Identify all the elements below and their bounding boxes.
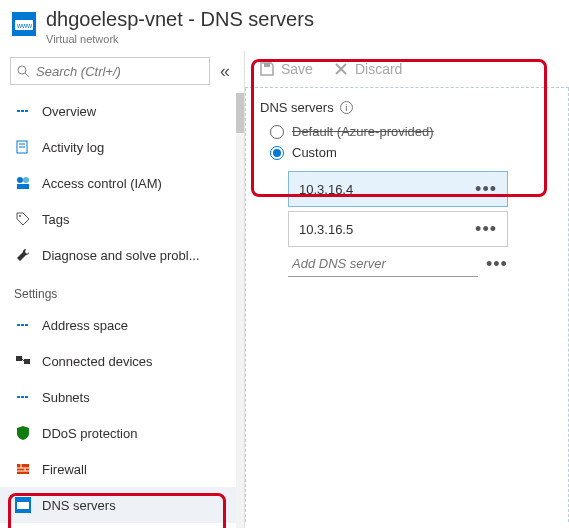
radio-default-label: Default (Azure-provided) [292, 124, 434, 139]
dns-panel-title: DNS servers [260, 100, 334, 115]
iam-icon [14, 175, 32, 191]
radio-icon [270, 125, 284, 139]
nav-menu: Overview Activity log Access control (IA… [0, 93, 244, 528]
vnet-icon: www [12, 12, 36, 36]
firewall-icon [14, 461, 32, 477]
collapse-icon[interactable]: « [216, 61, 234, 82]
save-button[interactable]: Save [259, 61, 313, 77]
nav-label: Access control (IAM) [42, 176, 162, 191]
dns-icon [14, 497, 32, 513]
scrollbar-track[interactable] [236, 93, 244, 528]
activity-log-icon [14, 139, 32, 155]
discard-button[interactable]: Discard [333, 61, 402, 77]
nav-label: DNS servers [42, 498, 116, 513]
subnets-icon [14, 389, 32, 405]
svg-point-9 [23, 177, 29, 183]
nav-label: Firewall [42, 462, 87, 477]
nav-diagnose[interactable]: Diagnose and solve probl... [0, 237, 244, 273]
svg-rect-21 [17, 502, 29, 509]
more-icon[interactable]: ••• [475, 179, 497, 200]
more-icon[interactable]: ••• [486, 254, 508, 275]
nav-label: Address space [42, 318, 128, 333]
tag-icon [14, 211, 32, 227]
svg-point-3 [18, 66, 26, 74]
search-icon [17, 65, 30, 78]
nav-label: Activity log [42, 140, 104, 155]
nav-dns-servers[interactable]: DNS servers [0, 487, 244, 523]
dns-entry[interactable]: 10.3.16.5 ••• [288, 211, 508, 247]
nav-access-control[interactable]: Access control (IAM) [0, 165, 244, 201]
radio-icon [270, 146, 284, 160]
discard-label: Discard [355, 61, 402, 77]
nav-address-space[interactable]: Address space [0, 307, 244, 343]
address-space-icon [14, 317, 32, 333]
svg-line-4 [25, 73, 29, 77]
svg-rect-22 [264, 63, 270, 67]
nav-label: Diagnose and solve probl... [42, 248, 200, 263]
discard-icon [333, 61, 349, 77]
svg-point-11 [19, 215, 21, 217]
info-icon[interactable]: i [340, 101, 353, 114]
svg-line-14 [22, 359, 24, 361]
command-bar: Save Discard [245, 51, 569, 88]
nav-tags[interactable]: Tags [0, 201, 244, 237]
wrench-icon [14, 247, 32, 263]
overview-icon [14, 103, 32, 119]
nav-label: DDoS protection [42, 426, 137, 441]
nav-subnets[interactable]: Subnets [0, 379, 244, 415]
nav-label: Overview [42, 104, 96, 119]
nav-ddos[interactable]: DDoS protection [0, 415, 244, 451]
svg-text:www: www [16, 22, 33, 29]
svg-rect-13 [24, 359, 30, 364]
devices-icon [14, 353, 32, 369]
settings-section-label: Settings [0, 273, 244, 307]
svg-point-8 [17, 177, 23, 183]
dns-entry[interactable]: 10.3.16.4 ••• [288, 171, 508, 207]
nav-label: Tags [42, 212, 69, 227]
svg-rect-15 [17, 464, 29, 474]
svg-rect-10 [17, 184, 29, 189]
nav-label: Subnets [42, 390, 90, 405]
radio-default[interactable]: Default (Azure-provided) [260, 121, 554, 142]
nav-overview[interactable]: Overview [0, 93, 244, 129]
search-input[interactable]: Search (Ctrl+/) [10, 57, 210, 85]
radio-custom[interactable]: Custom [260, 142, 554, 163]
add-dns-input[interactable] [288, 251, 478, 277]
nav-peerings[interactable]: Peerings [0, 523, 244, 528]
nav-label: Connected devices [42, 354, 153, 369]
search-placeholder: Search (Ctrl+/) [36, 64, 121, 79]
shield-icon [14, 425, 32, 441]
nav-firewall[interactable]: Firewall [0, 451, 244, 487]
page-title: dhgoelesp-vnet - DNS servers [46, 8, 314, 31]
nav-activity-log[interactable]: Activity log [0, 129, 244, 165]
dns-ip: 10.3.16.4 [299, 182, 353, 197]
svg-rect-12 [16, 356, 22, 361]
scrollbar-thumb[interactable] [236, 93, 244, 133]
save-label: Save [281, 61, 313, 77]
dns-ip: 10.3.16.5 [299, 222, 353, 237]
page-subtitle: Virtual network [46, 33, 314, 45]
nav-connected-devices[interactable]: Connected devices [0, 343, 244, 379]
more-icon[interactable]: ••• [475, 219, 497, 240]
radio-custom-label: Custom [292, 145, 337, 160]
save-icon [259, 61, 275, 77]
